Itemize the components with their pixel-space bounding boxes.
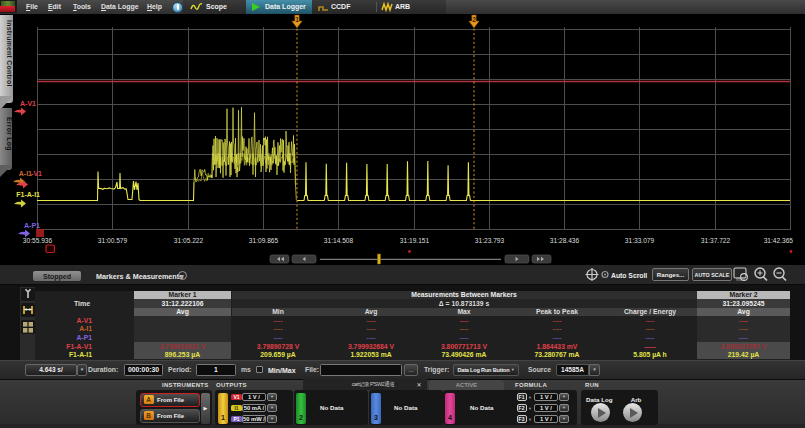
svg-text:31:42.365: 31:42.365 [764,237,794,244]
svg-text:A-V1: A-V1 [20,100,36,107]
svg-text:-V1: -V1 [31,170,42,177]
svg-text:F1-A-I1: F1-A-I1 [16,191,40,198]
svg-text:31:09.865: 31:09.865 [249,237,279,244]
svg-text:31:28.436: 31:28.436 [550,237,580,244]
svg-text:31:05.222: 31:05.222 [174,237,204,244]
svg-text:31:19.151: 31:19.151 [400,237,430,244]
svg-text:31:33.079: 31:33.079 [625,237,655,244]
svg-text:31:23.793: 31:23.793 [475,237,505,244]
svg-text:1: 1 [295,16,299,23]
svg-text:31:37.722: 31:37.722 [701,237,731,244]
svg-text:A-I1: A-I1 [19,170,32,177]
svg-text:30:55.936: 30:55.936 [23,237,53,244]
svg-text:31:14.508: 31:14.508 [324,237,354,244]
svg-text:A-P1: A-P1 [24,222,40,229]
svg-text:2: 2 [472,16,476,23]
svg-text:Auto Scroll: Auto Scroll [611,272,647,279]
svg-text:31:00.579: 31:00.579 [98,237,128,244]
